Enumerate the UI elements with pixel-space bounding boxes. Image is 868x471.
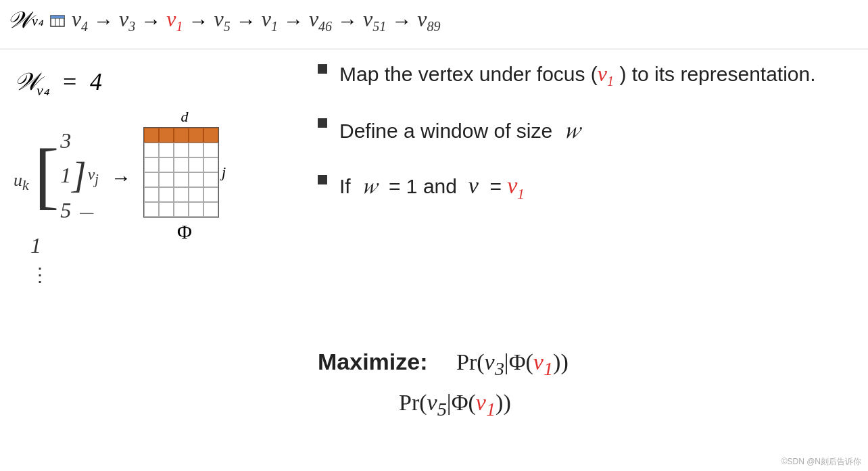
- node-v1-second: v1: [262, 7, 278, 34]
- matrix-dots: ⋮: [30, 264, 51, 286]
- node-v5: v5: [214, 7, 231, 34]
- bullet-1: Map the vertex under focus (v1 ) to its …: [318, 57, 859, 91]
- matrix-val-5: 5 ⸻: [60, 193, 99, 228]
- phi-symbol: Φ: [177, 220, 192, 243]
- arrow-5: →: [283, 9, 304, 32]
- maximize-line-1: Maximize: Pr(v3|Φ(v1)): [318, 349, 859, 380]
- node-v46: v46: [309, 7, 332, 34]
- bullet-square-1: [318, 64, 327, 74]
- uk-label: uk: [14, 170, 29, 194]
- left-bracket: [: [34, 144, 59, 207]
- arrow-4: →: [236, 9, 256, 32]
- formula-2: Pr(v5|Φ(v1)): [399, 390, 511, 415]
- node-v51: v51: [363, 7, 386, 34]
- matrix-val-3: 3: [60, 124, 99, 158]
- table-icon: [50, 15, 65, 27]
- arrow-2: →: [141, 9, 161, 32]
- matrix-highlight-row: 1 ] vj: [60, 158, 99, 193]
- svg-rect-6: [59, 16, 64, 18]
- bullet-3: If 𝑤 = 1 and v = v1: [318, 168, 859, 205]
- bullet-2: Define a window of size 𝑤: [318, 111, 859, 148]
- svg-rect-4: [51, 16, 55, 18]
- maximize-section: Maximize: Pr(v3|Φ(v1)) Pr(v5|Φ(v1)): [318, 349, 859, 430]
- embed-grid: [143, 127, 219, 218]
- mapping-arrow: →: [111, 166, 131, 189]
- matrix-val-below: 1: [30, 233, 41, 258]
- divider: [0, 49, 868, 49]
- right-panel: Map the vertex under focus (v1 ) to its …: [318, 57, 859, 226]
- matrix-val-1: 1: [60, 158, 71, 193]
- vj-label: vj: [88, 162, 99, 190]
- arrow-3: →: [189, 9, 209, 32]
- w-value: 𝒲v₄ = 4: [14, 68, 102, 99]
- arrow-7: →: [391, 9, 412, 32]
- maximize-label: Maximize:: [318, 349, 428, 374]
- right-bracket: ]: [72, 163, 86, 189]
- walk-label: 𝒲: [7, 7, 29, 34]
- maximize-line-2: Pr(v5|Φ(v1)): [399, 390, 859, 420]
- walk-sequence: 𝒲 v₄ v4 → v3 → v1 → v5 → v1 → v46 → v51 …: [7, 7, 441, 34]
- j-label: j: [222, 164, 226, 181]
- embed-matrix: d: [143, 108, 226, 243]
- node-v3: v3: [119, 7, 135, 34]
- node-v89: v89: [417, 7, 440, 34]
- walk-subscript: v₄: [32, 13, 43, 29]
- arrow-1: →: [93, 9, 114, 32]
- d-label: d: [180, 108, 188, 126]
- formula-1: Pr(v3|Φ(v1)): [456, 349, 569, 374]
- bullet-text-1: Map the vertex under focus (v1 ) to its …: [339, 57, 816, 91]
- node-v1-first: v1: [166, 7, 183, 34]
- bullet-square-3: [318, 175, 327, 184]
- arrow-6: →: [337, 9, 358, 32]
- watermark: ©SDN @N刻后告诉你: [781, 456, 861, 468]
- matrix-values: 3 1 ] vj 5 ⸻: [60, 124, 99, 228]
- bullet-text-2: Define a window of size 𝑤: [339, 111, 580, 148]
- bullet-square-2: [318, 118, 327, 128]
- svg-rect-5: [55, 16, 59, 18]
- node-v4: v4: [72, 7, 88, 34]
- bullet-text-3: If 𝑤 = 1 and v = v1: [339, 168, 525, 205]
